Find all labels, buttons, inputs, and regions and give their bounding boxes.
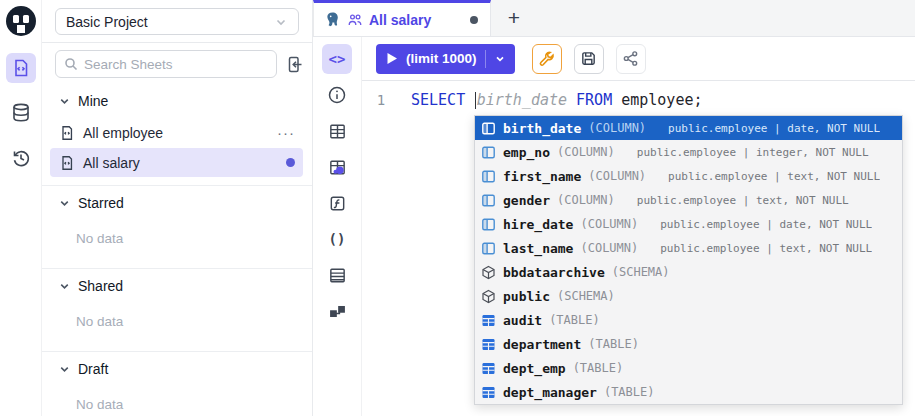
app-rail (0, 0, 42, 416)
table-icon (481, 337, 496, 352)
sheet-code-icon (11, 58, 31, 78)
chevron-down-icon (58, 280, 71, 293)
suggestion-name: first_name (503, 169, 581, 184)
suggestion-name: gender (503, 193, 550, 208)
chevron-down-icon[interactable] (494, 53, 506, 65)
tab-strip: All salary + (313, 0, 915, 37)
run-button-divider (485, 50, 486, 68)
editor-side-rail: <> (313, 37, 362, 416)
bytebase-logo[interactable] (6, 6, 36, 36)
column-icon (481, 169, 496, 184)
import-sheet-icon[interactable] (285, 55, 304, 74)
search-icon (64, 57, 78, 71)
section-draft-header[interactable]: Draft (42, 352, 312, 385)
share-sheet-button[interactable] (616, 44, 646, 74)
suggestion-kind: (TABLE) (588, 337, 639, 351)
suggestion-name: last_name (503, 241, 573, 256)
autocomplete-item[interactable]: dept_emp (TABLE) (475, 356, 902, 380)
save-sheet-button[interactable] (574, 44, 604, 74)
databases-panel-button[interactable] (6, 98, 36, 128)
braces-icon: () (329, 231, 346, 247)
suggestion-kind: (TABLE) (604, 385, 655, 399)
share-icon (622, 50, 639, 67)
section-shared: Shared No data (42, 268, 312, 343)
autocomplete-item[interactable]: audit (TABLE) (475, 308, 902, 332)
run-query-button[interactable]: (limit 1000) (376, 44, 515, 74)
parameters-button[interactable]: () (322, 224, 352, 254)
functions-button[interactable] (322, 188, 352, 218)
section-mine-header[interactable]: Mine (42, 84, 312, 117)
autocomplete-item[interactable]: first_name (COLUMN) public.employee | te… (475, 164, 902, 188)
section-label: Mine (78, 93, 108, 109)
column-icon (481, 145, 496, 160)
shared-tab-icon (347, 12, 363, 28)
autocomplete-item[interactable]: dept_manager (TABLE) (475, 380, 902, 404)
schema-icon (481, 289, 496, 304)
suggestion-detail: public.employee | text, NOT NULL (660, 242, 872, 255)
code-line-1: 1 SELECT birth_date FROM employee; (362, 90, 915, 110)
autocomplete-item[interactable]: emp_no (COLUMN) public.employee | intege… (475, 140, 902, 164)
schema-diagram-button[interactable] (322, 296, 352, 326)
suggestion-kind: (TABLE) (549, 313, 600, 327)
suggestion-detail: public.employee | text, NOT NULL (637, 194, 849, 207)
suggestion-kind: (COLUMN) (580, 217, 638, 231)
suggestion-kind: (COLUMN) (588, 121, 646, 135)
info-button[interactable] (322, 80, 352, 110)
chevron-down-icon (58, 95, 71, 108)
autocomplete-item[interactable]: public (SCHEMA) (475, 284, 902, 308)
table-insights-button[interactable] (322, 152, 352, 182)
empty-placeholder: No data (42, 219, 312, 260)
table-icon (481, 313, 496, 328)
history-panel-button[interactable] (6, 143, 36, 173)
suggestion-kind: (COLUMN) (588, 169, 646, 183)
suggestion-name: hire_date (503, 217, 573, 232)
project-selector[interactable]: Basic Project (55, 8, 299, 35)
tables-button[interactable] (322, 116, 352, 146)
search-box[interactable] (55, 50, 277, 78)
column-icon (481, 241, 496, 256)
table-grid-icon (328, 122, 347, 141)
autocomplete-item[interactable]: department (TABLE) (475, 332, 902, 356)
suggestion-kind: (COLUMN) (557, 193, 615, 207)
suggestion-name: department (503, 337, 581, 352)
autocomplete-item[interactable]: birth_date (COLUMN) public.employee | da… (475, 116, 902, 140)
sheet-sidebar: Basic Project (42, 0, 313, 416)
section-shared-header[interactable]: Shared (42, 269, 312, 302)
sheet-item-all-employee[interactable]: All employee ··· (50, 118, 303, 147)
section-label: Shared (78, 278, 123, 294)
editor-toolbar: (limit 1000) (362, 37, 915, 81)
section-starred-header[interactable]: Starred (42, 186, 312, 219)
tab-all-salary[interactable]: All salary (313, 0, 491, 36)
result-table-button[interactable] (322, 260, 352, 290)
section-label: Starred (78, 195, 124, 211)
save-icon (580, 50, 597, 67)
format-sql-button[interactable] (532, 44, 562, 74)
suggestion-name: dept_manager (503, 385, 597, 400)
autocomplete-item[interactable]: hire_date (COLUMN) public.employee | dat… (475, 212, 902, 236)
chevron-down-icon (274, 15, 288, 29)
suggestion-detail: public.employee | integer, NOT NULL (637, 146, 869, 159)
empty-placeholder: No data (42, 385, 312, 416)
suggestion-kind: (COLUMN) (580, 241, 638, 255)
schema-diagram-icon (328, 302, 347, 321)
search-row (42, 43, 312, 84)
suggestion-detail: public.employee | date, NOT NULL (660, 218, 872, 231)
autocomplete-item[interactable]: gender (COLUMN) public.employee | text, … (475, 188, 902, 212)
sheets-panel-button[interactable] (6, 53, 36, 83)
column-icon (481, 193, 496, 208)
suggestion-name: bbdataarchive (503, 265, 605, 280)
code-icon: <> (329, 51, 346, 67)
sheet-item-all-salary[interactable]: All salary (50, 148, 303, 177)
sheet-item-menu-icon[interactable]: ··· (277, 128, 295, 138)
autocomplete-item[interactable]: bbdataarchive (SCHEMA) (475, 260, 902, 284)
add-tab-button[interactable]: + (497, 0, 531, 36)
search-input[interactable] (84, 57, 268, 72)
tab-label: All salary (369, 12, 464, 28)
sheet-item-label: All employee (83, 125, 163, 141)
code-view-button[interactable]: <> (322, 44, 352, 74)
autocomplete-item[interactable]: last_name (COLUMN) public.employee | tex… (475, 236, 902, 260)
sheet-file-icon (59, 155, 75, 171)
code-text: SELECT birth_date FROM employee; (400, 91, 703, 109)
table-icon (481, 385, 496, 400)
table-icon (481, 361, 496, 376)
